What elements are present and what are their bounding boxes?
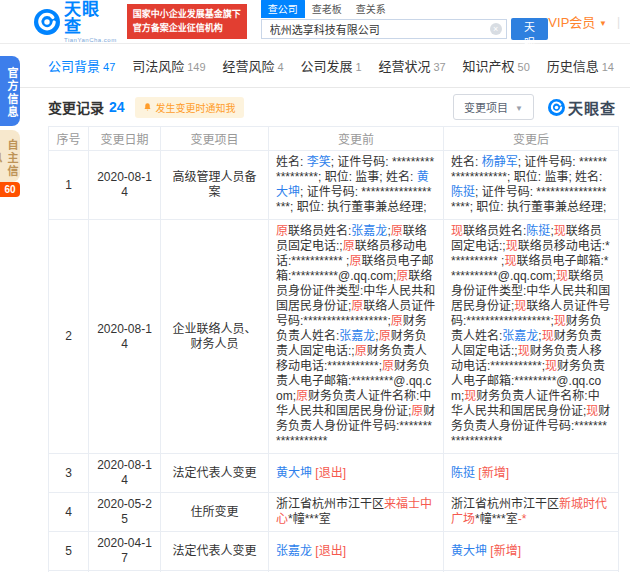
text-segment: 姓名: [451, 155, 482, 169]
cell-date: 2020-08-14 [89, 220, 161, 454]
text-segment: 浙江省杭州市江干区 [276, 497, 384, 511]
tab-history-info[interactable]: 历史信息14 [547, 56, 614, 75]
logo-name: 天眼查 [64, 1, 117, 35]
tab-label: 公司发展 [300, 59, 352, 74]
table-row: 32020-08-14法定代表人变更黄大坤 [退出]陈挺 [新增] [49, 454, 619, 493]
search-block: 查公司 查老板 查关系 × 天眼一下 [261, 3, 549, 40]
tab-count: 47 [103, 61, 115, 73]
text-segment: 联络员姓名: [463, 224, 526, 238]
sidebar-tab-official-info[interactable]: 官方信息 [0, 56, 20, 126]
tab-company-background[interactable]: 公司背景47 [48, 56, 115, 75]
changed-text: [退出] [315, 466, 346, 480]
cell-before: 姓名: 李笑; 证件号码: ******************; 职位: 监事… [269, 151, 444, 220]
text-segment: 联络员姓名: [288, 224, 351, 238]
search-tabs: 查公司 查老板 查关系 [261, 3, 549, 18]
cell-seq: 2 [49, 220, 89, 454]
entity-link[interactable]: 陈挺 [451, 185, 475, 199]
changed-text: 现 [504, 254, 516, 268]
tab-intellectual-property[interactable]: 知识产权50 [463, 56, 530, 75]
search-button[interactable]: 天眼一下 [511, 18, 549, 40]
tianyancha-logo[interactable]: 天眼查 TianYanCha.com [34, 1, 117, 43]
tab-operation-risk[interactable]: 经营风险4 [222, 56, 283, 75]
self-info-count-badge: 60 [0, 182, 20, 197]
col-header-after: 变更后 [444, 127, 619, 151]
tab-count: 14 [602, 61, 614, 73]
table-row: 42020-05-25住所变更浙江省杭州市江干区来福士中心*幢***室浙江省杭州… [49, 493, 619, 532]
top-bar: 天眼查 TianYanCha.com 国家中小企业发展基金旗下 官方备案企业征信… [0, 0, 630, 44]
vip-member-menu[interactable]: VIP会员 ▼ [548, 12, 607, 31]
col-header-item: 变更项目 [161, 127, 269, 151]
changed-text: 原 [276, 224, 288, 238]
tab-label: 司法风险 [132, 59, 184, 74]
changed-text: 原 [382, 359, 394, 373]
changed-text: 现 [542, 329, 554, 343]
cell-seq: 5 [49, 532, 89, 571]
section-count: 24 [109, 99, 125, 115]
tab-count: 1 [355, 61, 361, 73]
cell-after: 陈挺 [新增] [444, 454, 619, 493]
changed-text: 原 [349, 254, 361, 268]
changed-text: [新增] [490, 544, 521, 558]
gov-certification-badge: 国家中小企业发展基金旗下 官方备案企业征信机构 [127, 4, 247, 38]
changed-text: 现 [554, 224, 566, 238]
tab-count: 50 [518, 61, 530, 73]
search-row: × 天眼一下 [261, 18, 549, 40]
entity-link[interactable]: 黄大坤 [451, 544, 487, 558]
vip-label: VIP会员 [548, 15, 595, 30]
entity-link[interactable]: 陈挺 [451, 466, 475, 480]
sidebar-tab-self-info[interactable]: 自主信息 [0, 130, 20, 182]
cell-item: 法定代表人变更 [161, 532, 269, 571]
entity-link[interactable]: 黄大坤 [276, 466, 312, 480]
tab-judicial-risk[interactable]: 司法风险149 [132, 56, 205, 75]
changed-text: [退出] [315, 544, 346, 558]
gov-badge-line1: 国家中小企业发展基金旗下 [133, 8, 241, 21]
changed-text: 原 [391, 314, 403, 328]
entity-link[interactable]: 杨静军 [482, 155, 518, 169]
change-records-table: 序号 变更日期 变更项目 变更前 变更后 12020-08-14高级管理人员备案… [48, 126, 619, 572]
table-head: 序号 变更日期 变更项目 变更前 变更后 [49, 127, 619, 151]
cell-after: 黄大坤 [新增] [444, 532, 619, 571]
cell-after: 姓名: 杨静军; 证件号码: ******************; 职位: 监… [444, 151, 619, 220]
entity-link[interactable]: 陈挺 [526, 224, 550, 238]
search-input[interactable] [261, 19, 507, 39]
chevron-down-icon: ▼ [599, 19, 607, 28]
changed-text: 现 [506, 239, 518, 253]
changed-text: 原 [296, 389, 308, 403]
cell-seq: 4 [49, 493, 89, 532]
cell-before: 张嘉龙 [退出] [269, 532, 444, 571]
text-segment: *幢***室 [288, 512, 331, 526]
cell-date: 2020-05-25 [89, 493, 161, 532]
text-segment: ; 证件号码: *******************; 职位: 执行董事兼总经… [451, 185, 606, 214]
entity-link[interactable]: 张嘉龙 [351, 224, 387, 238]
tab-label: 经营风险 [222, 59, 274, 74]
cell-after: 浙江省杭州市江干区新城时代广场*幢***室-* [444, 493, 619, 532]
text-segment: ; 证件号码: ******************; 职位: 执行董事兼总经理… [276, 185, 431, 214]
table-row: 12020-08-14高级管理人员备案姓名: 李笑; 证件号码: *******… [49, 151, 619, 220]
entity-link[interactable]: 张嘉龙 [339, 329, 375, 343]
tab-operating-status[interactable]: 经营状况37 [378, 56, 445, 75]
entity-link[interactable]: 张嘉龙 [276, 544, 312, 558]
search-tab-boss[interactable]: 查老板 [305, 0, 349, 18]
search-tab-relation[interactable]: 查关系 [349, 0, 393, 18]
cell-date: 2020-04-17 [89, 532, 161, 571]
changed-text: 现 [451, 224, 463, 238]
entity-link[interactable]: 张嘉龙 [502, 329, 538, 343]
changed-text: 原 [411, 404, 423, 418]
cell-item: 高级管理人员备案 [161, 151, 269, 220]
search-tab-company[interactable]: 查公司 [261, 0, 305, 18]
tab-company-development[interactable]: 公司发展1 [300, 56, 361, 75]
section-title: 变更记录 [48, 97, 104, 117]
change-table-body: 12020-08-14高级管理人员备案姓名: 李笑; 证件号码: *******… [49, 151, 619, 572]
notify-on-change-button[interactable]: 发生变更时通知我 [135, 97, 244, 118]
table-header-row: 序号 变更日期 变更项目 变更前 变更后 [49, 127, 619, 151]
cell-after: 现联络员姓名:陈挺;现联络员固定电话:;现联络员移动电话:***********… [444, 220, 619, 454]
change-item-filter-dropdown[interactable]: 变更项目 ▼ [453, 94, 534, 120]
entity-link[interactable]: 李笑 [307, 155, 331, 169]
cell-item: 企业联络人员、财务人员 [161, 220, 269, 454]
cell-seq: 3 [49, 454, 89, 493]
cell-before: 黄大坤 [退出] [269, 454, 444, 493]
tianyancha-eye-icon [34, 9, 60, 35]
text-segment: *幢***室 [475, 512, 518, 526]
company-section-nav: 公司背景47 司法风险149 经营风险4 公司发展1 经营状况37 知识产权50… [0, 44, 630, 88]
clear-input-icon[interactable]: × [490, 23, 502, 35]
